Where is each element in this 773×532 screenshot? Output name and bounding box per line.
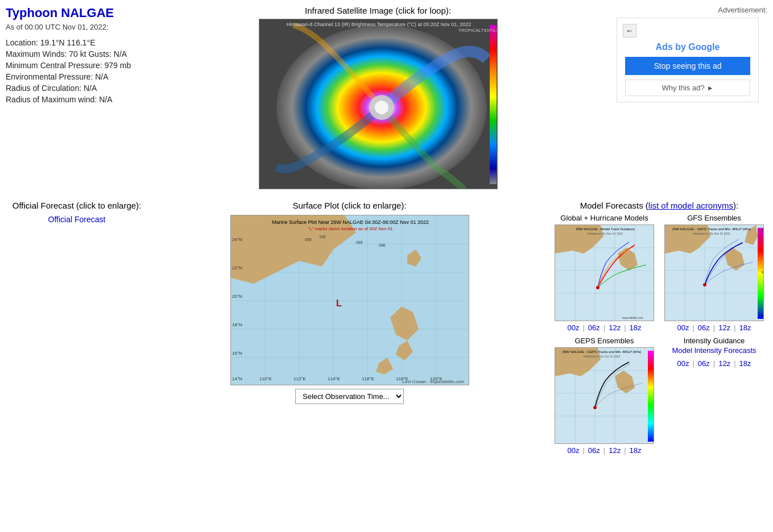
satellite-image[interactable]: Himawari-8 Channel 13 (IR) Brightness Te… — [259, 19, 498, 189]
model-title-text: Model Forecasts ( — [580, 201, 648, 210]
model-row-top: Global + Hurricane Models — [551, 214, 767, 332]
sep3: | — [624, 323, 626, 332]
intensity-forecasts-link[interactable]: Model Intensity Forecasts — [672, 346, 756, 355]
official-forecast-link[interactable]: Official Forecast — [48, 215, 106, 224]
storm-title: Typhoon NALGAE — [6, 6, 148, 20]
geps-18z-link[interactable]: 18z — [630, 446, 642, 455]
global-models-col: Global + Hurricane Models — [551, 214, 658, 332]
svg-text:110°E: 110°E — [259, 376, 272, 381]
svg-rect-4 — [490, 25, 497, 184]
svg-text:093: 093 — [356, 240, 363, 244]
svg-text:114°E: 114°E — [328, 376, 340, 381]
model-row-bottom: GEPS Ensembles — [551, 336, 767, 455]
storm-info-panel: Typhoon NALGAE As of 00:00 UTC Nov 01, 2… — [6, 6, 148, 189]
svg-text:118°E: 118°E — [396, 376, 408, 381]
svg-text:tropicaltidits.com: tropicaltidits.com — [622, 316, 643, 319]
max-winds-line: Maximum Winds: 70 kt Gusts: N/A — [6, 49, 148, 59]
int-sep2: | — [713, 359, 715, 368]
ads-by-google: Ads by Google — [656, 42, 720, 52]
svg-rect-85 — [648, 351, 654, 442]
svg-text:Initialized at 00z Nov 01 2022: Initialized at 00z Nov 01 2022 — [693, 232, 730, 235]
geps-ensembles-col: GEPS Ensembles — [551, 336, 658, 455]
location-line: Location: 19.1°N 116.1°E — [6, 38, 148, 47]
svg-point-84 — [593, 406, 597, 409]
svg-text:Initialized at 12z Oct 31 2022: Initialized at 12z Oct 31 2022 — [584, 355, 621, 358]
global-models-title: Global + Hurricane Models — [560, 214, 648, 222]
model-title: Model Forecasts (list of model acronyms)… — [551, 201, 767, 210]
gfs-00z-link[interactable]: 00z — [677, 323, 689, 332]
satellite-svg: Himawari-8 Channel 13 (IR) Brightness Te… — [259, 19, 498, 189]
radius-wind-line: Radius of Maximum wind: N/A — [6, 95, 148, 104]
svg-text:112°E: 112°E — [294, 376, 306, 381]
surface-image[interactable]: L Marine Surface Plot Near 26W NALGAE 04… — [230, 215, 469, 385]
svg-text:093: 093 — [305, 238, 312, 242]
global-model-image[interactable]: 26W NALGAE - Model Track Guidance Initia… — [555, 225, 654, 321]
svg-text:18°N: 18°N — [232, 322, 242, 327]
gfs-ensembles-col: GFS Ensembles — [661, 214, 767, 332]
svg-text:100: 100 — [319, 235, 326, 239]
global-18z-link[interactable]: 18z — [630, 323, 642, 332]
svg-text:26W NALGAE - GEFS Tracks and M: 26W NALGAE - GEFS Tracks and Min. MSLP (… — [672, 227, 751, 231]
svg-text:22°N: 22°N — [232, 265, 242, 271]
svg-text:14°N: 14°N — [232, 376, 242, 381]
global-model-svg: 26W NALGAE - Model Track Guidance Initia… — [555, 225, 654, 321]
gfs-12z-link[interactable]: 12z — [718, 323, 730, 332]
intensity-12z-link[interactable]: 12z — [718, 359, 730, 368]
geps-06z-link[interactable]: 06z — [588, 446, 600, 455]
svg-text:1015: 1015 — [762, 228, 764, 231]
gfs-18z-link[interactable]: 18z — [739, 323, 751, 332]
gfs-model-links: 00z | 06z | 12z | 18z — [677, 323, 751, 332]
satellite-section: Infrared Satellite Image (click for loop… — [154, 6, 602, 189]
surface-title[interactable]: Surface Plot (click to enlarge): — [292, 201, 406, 210]
radius-circ-line: Radius of Circulation: N/A — [6, 84, 148, 93]
stop-seeing-button[interactable]: Stop seeing this ad — [625, 57, 750, 75]
intensity-06z-link[interactable]: 06z — [698, 359, 710, 368]
svg-text:090: 090 — [379, 243, 386, 247]
svg-text:"L" marks storm location as of: "L" marks storm location as of 00Z Nov 0… — [308, 226, 393, 231]
int-sep1: | — [692, 359, 694, 368]
gfs-06z-link[interactable]: 06z — [698, 323, 710, 332]
geps-sep3: | — [624, 446, 626, 455]
forecast-title: Official Forecast (click to enlarge): — [13, 201, 141, 210]
gfs-sep1: | — [692, 323, 694, 332]
ad-back-button[interactable]: ← — [623, 24, 636, 38]
ad-container: ← Ads by Google Stop seeing this ad Why … — [617, 18, 759, 102]
svg-text:16°N: 16°N — [232, 351, 242, 356]
why-this-ad-button[interactable]: Why this ad? ► — [625, 80, 750, 96]
svg-text:20°N: 20°N — [232, 294, 242, 299]
svg-text:L: L — [336, 298, 342, 308]
observation-time-dropdown[interactable]: Select Observation Time... — [295, 389, 404, 404]
gfs-ensembles-title: GFS Ensembles — [687, 214, 741, 222]
global-00z-link[interactable]: 00z — [567, 323, 579, 332]
svg-point-3 — [375, 101, 388, 114]
geps-ensemble-image[interactable]: 26W NALGAE - GEPS Tracks and Min. MSLP (… — [555, 347, 654, 444]
geps-svg: 26W NALGAE - GEPS Tracks and Min. MSLP (… — [555, 348, 654, 444]
acronyms-link[interactable]: list of model acronyms — [648, 201, 733, 210]
intensity-guidance-col: Intensity Guidance Model Intensity Forec… — [661, 336, 767, 455]
int-sep3: | — [734, 359, 735, 368]
gfs-ensemble-image[interactable]: 1015 975 935 26W NALGAE - GEFS Tracks an… — [664, 225, 764, 321]
geps-sep1: | — [582, 446, 584, 455]
timestamp: As of 00:00 UTC Nov 01, 2022: — [6, 23, 148, 31]
info-icon: ► — [707, 84, 714, 92]
svg-text:24°N: 24°N — [232, 237, 242, 242]
model-section: Model Forecasts (list of model acronyms)… — [551, 201, 767, 459]
svg-text:120°E: 120°E — [430, 376, 443, 381]
global-12z-link[interactable]: 12z — [609, 323, 621, 332]
global-06z-link[interactable]: 06z — [588, 323, 600, 332]
svg-text:116°E: 116°E — [362, 376, 374, 381]
intensity-18z-link[interactable]: 18z — [739, 359, 751, 368]
geps-00z-link[interactable]: 00z — [567, 446, 579, 455]
satellite-title[interactable]: Infrared Satellite Image (click for loop… — [305, 6, 451, 15]
geps-12z-link[interactable]: 12z — [609, 446, 621, 455]
geps-sep2: | — [603, 446, 605, 455]
intensity-00z-link[interactable]: 00z — [677, 359, 689, 368]
svg-text:TROPICALTIDITS.COM: TROPICALTIDITS.COM — [458, 28, 498, 33]
forecast-section: Official Forecast (click to enlarge): Of… — [6, 201, 148, 459]
sep2: | — [603, 323, 605, 332]
why-this-ad-text: Why this ad? — [662, 84, 704, 92]
svg-text:26W NALGAE - GEPS Tracks and M: 26W NALGAE - GEPS Tracks and Min. MSLP (… — [563, 350, 642, 354]
gfs-sep3: | — [734, 323, 735, 332]
geps-model-links: 00z | 06z | 12z | 18z — [567, 446, 641, 455]
intensity-guidance-title: Intensity Guidance — [684, 336, 745, 345]
